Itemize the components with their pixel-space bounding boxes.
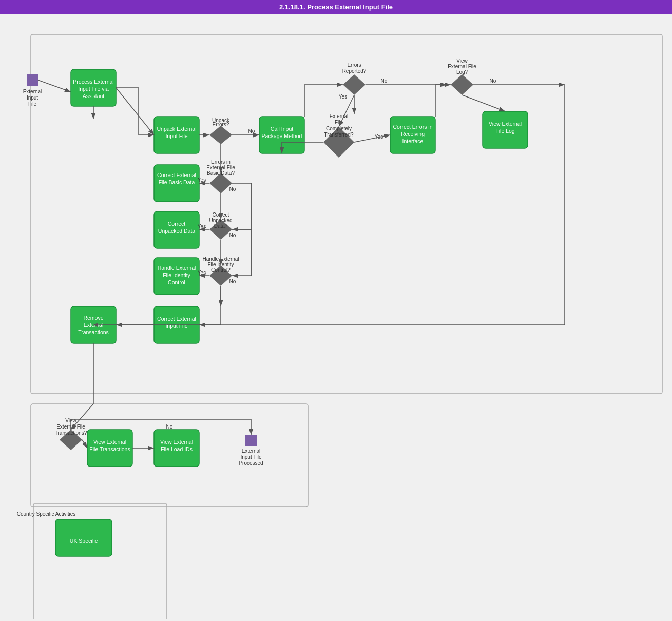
svg-text:Unpacked Data: Unpacked Data <box>158 228 196 234</box>
svg-line-67 <box>462 95 505 111</box>
svg-text:File Log: File Log <box>495 128 515 134</box>
process-external-input-text2: Input File via <box>78 86 109 92</box>
svg-text:Unpack External: Unpack External <box>157 126 196 132</box>
svg-text:UK Specific: UK Specific <box>70 538 98 544</box>
external-input-label3: File <box>28 101 37 107</box>
svg-text:Input File: Input File <box>165 323 187 329</box>
svg-text:Receiving: Receiving <box>401 131 425 137</box>
conn-start-to-process <box>38 80 71 92</box>
svg-text:Data?: Data? <box>214 223 228 229</box>
svg-text:Call Input: Call Input <box>271 126 293 132</box>
svg-text:External: External <box>242 448 261 454</box>
svg-text:Yes: Yes <box>198 270 206 276</box>
svg-text:Yes: Yes <box>198 224 206 229</box>
svg-text:Log?: Log? <box>456 69 468 75</box>
svg-text:Yes: Yes <box>339 94 347 100</box>
svg-text:Handle External: Handle External <box>158 265 196 271</box>
errors-reported-diamond <box>343 74 366 95</box>
svg-text:File Transactions: File Transactions <box>89 446 130 452</box>
conn-process-unpack <box>116 88 154 135</box>
svg-text:External File: External File <box>448 64 476 69</box>
svg-text:Reported?: Reported? <box>342 68 367 74</box>
unpack-errors-diamond <box>209 126 232 144</box>
process-external-input-text: Process External <box>73 79 113 85</box>
svg-text:Remove: Remove <box>83 315 103 321</box>
svg-text:File Identity: File Identity <box>163 272 190 278</box>
country-specific-label: Country Specific Activities <box>17 511 76 517</box>
page-wrapper: 2.1.18.1. Process External Input File Ex… <box>0 0 672 621</box>
svg-text:Transactions: Transactions <box>78 329 109 335</box>
svg-text:Correct Errors in: Correct Errors in <box>393 124 432 130</box>
svg-text:View: View <box>456 58 468 64</box>
svg-text:View External: View External <box>93 439 126 445</box>
svg-text:No: No <box>166 424 173 430</box>
svg-text:No: No <box>381 78 388 84</box>
svg-text:Interface: Interface <box>402 138 424 144</box>
external-input-label: External <box>23 89 42 94</box>
errors-basic-diamond <box>209 173 232 193</box>
diagram-area: External Input File Process External Inp… <box>0 14 672 619</box>
svg-text:Correct: Correct <box>168 221 186 227</box>
end-event <box>245 435 257 446</box>
svg-text:File Load IDs: File Load IDs <box>161 446 193 452</box>
svg-text:Input File: Input File <box>240 454 262 460</box>
svg-text:No: No <box>229 232 236 238</box>
svg-text:View External: View External <box>160 439 193 445</box>
svg-text:No: No <box>490 78 496 84</box>
svg-text:Control: Control <box>168 279 185 285</box>
svg-text:No: No <box>248 128 255 134</box>
svg-line-53 <box>339 95 354 127</box>
svg-text:Errors: Errors <box>347 62 361 68</box>
external-input-label2: Input <box>27 95 38 101</box>
process-external-input-text3: Assistant <box>83 93 105 99</box>
svg-text:Correct External: Correct External <box>157 172 196 178</box>
svg-text:Processed: Processed <box>239 460 263 466</box>
svg-text:Correct External: Correct External <box>157 316 196 322</box>
svg-text:Yes: Yes <box>198 177 206 183</box>
svg-text:External: External <box>330 113 349 119</box>
svg-line-58 <box>354 135 390 142</box>
svg-text:Input File: Input File <box>165 133 187 139</box>
svg-text:Control?: Control? <box>211 267 231 273</box>
title-bar: 2.1.18.1. Process External Input File <box>0 0 672 14</box>
svg-text:Transferred?: Transferred? <box>324 132 354 138</box>
svg-text:View External: View External <box>489 121 522 127</box>
svg-text:No: No <box>229 186 236 192</box>
svg-text:No: No <box>229 279 236 284</box>
start-event <box>27 74 38 86</box>
svg-text:Errors?: Errors? <box>213 122 229 127</box>
svg-text:Package Method: Package Method <box>262 133 302 139</box>
svg-line-74 <box>82 440 87 448</box>
svg-rect-2 <box>31 34 662 394</box>
view-log-diamond <box>451 74 473 95</box>
svg-text:File Basic Data: File Basic Data <box>159 179 195 185</box>
svg-text:Transactions?: Transactions? <box>55 430 87 436</box>
